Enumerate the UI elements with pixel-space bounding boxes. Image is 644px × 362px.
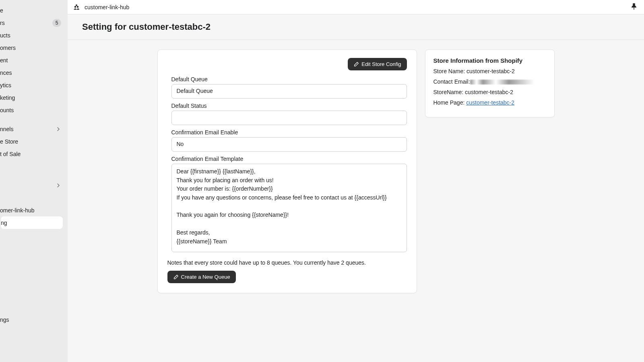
sidebar-nav-item[interactable]: e bbox=[0, 4, 68, 16]
sidebar-item-label: omers bbox=[0, 45, 63, 51]
store-info-title: Store Information from Shopify bbox=[433, 57, 546, 64]
sidebar-nav-item[interactable]: ent bbox=[0, 54, 68, 66]
kv-label: StoreName: bbox=[433, 89, 465, 95]
sidebar-nav-item[interactable]: nces bbox=[0, 66, 68, 79]
page-title: Setting for customer-testabc-2 bbox=[82, 22, 630, 32]
store-info-card: Store Information from Shopify Store Nam… bbox=[425, 49, 555, 117]
redacted-email bbox=[470, 80, 535, 84]
sidebar-item-label: ent bbox=[0, 57, 63, 64]
sidebar-item-label: e bbox=[0, 7, 63, 14]
kv-label: Contact Email: bbox=[433, 78, 470, 85]
conf-email-template-value: Dear {{firstname}} {{lastName}}, Thank y… bbox=[171, 164, 407, 252]
homepage-link[interactable]: customer-testabc-2 bbox=[466, 99, 514, 106]
sidebar-section-header[interactable] bbox=[0, 179, 68, 191]
sidebar-settings[interactable]: ngs bbox=[0, 313, 68, 326]
contact-email-row: Contact Email: bbox=[433, 78, 546, 85]
sidebar-sub-item[interactable]: e Store bbox=[0, 135, 68, 148]
edit-store-config-button[interactable]: Edit Store Config bbox=[348, 58, 407, 70]
sidebar-nav-item[interactable]: ytics bbox=[0, 79, 68, 91]
svg-point-0 bbox=[74, 6, 76, 7]
kv-label: Store Name: bbox=[433, 68, 466, 74]
queue-note: Notes that every store could have up to … bbox=[167, 259, 407, 266]
sidebar-item-label: rs bbox=[0, 20, 52, 26]
sidebar-nav-item[interactable]: rs 5 bbox=[0, 16, 68, 29]
topbar: customer-link-hub bbox=[68, 0, 644, 14]
sidebar-item-label: ounts bbox=[0, 107, 63, 113]
kv-label: Home Page: bbox=[433, 99, 466, 106]
sidebar-item-label: ng bbox=[1, 220, 58, 226]
store-name-row: Store Name: customer-testabc-2 bbox=[433, 68, 546, 74]
sidebar-item-label: keting bbox=[0, 95, 63, 101]
sidebar-section-header[interactable]: nnels bbox=[0, 123, 68, 135]
button-label: Create a New Queue bbox=[181, 274, 230, 280]
default-status-value bbox=[171, 111, 407, 125]
edit-icon bbox=[173, 274, 179, 280]
sidebar-sub-item-active[interactable]: ng bbox=[1, 216, 63, 229]
sidebar-item-label: ucts bbox=[0, 32, 63, 39]
count-badge: 5 bbox=[52, 19, 61, 27]
settings-card: Edit Store Config Default Queue Default … bbox=[157, 49, 417, 293]
sidebar-item-label: t of Sale bbox=[0, 151, 63, 157]
sidebar-item-label: omer-link-hub bbox=[0, 207, 63, 214]
default-queue-value: Default Queue bbox=[171, 84, 407, 99]
conf-email-enable-label: Confirmation Email Enable bbox=[171, 129, 407, 136]
default-status-label: Default Status bbox=[171, 103, 407, 109]
sidebar-nav-item[interactable]: ucts bbox=[0, 29, 68, 41]
page-title-bar: Setting for customer-testabc-2 bbox=[68, 14, 644, 40]
sidebar-sub-item[interactable] bbox=[0, 160, 68, 173]
default-queue-label: Default Queue bbox=[171, 76, 407, 82]
sidebar-nav-item[interactable]: omers bbox=[0, 41, 68, 54]
sidebar-nav-item[interactable]: ounts bbox=[0, 104, 68, 116]
svg-point-1 bbox=[77, 6, 78, 7]
app-icon bbox=[72, 3, 80, 11]
sidebar: e rs 5 ucts omers ent nces ytics keting … bbox=[0, 0, 68, 362]
content-area: Edit Store Config Default Queue Default … bbox=[68, 40, 644, 362]
sidebar-item-label: ytics bbox=[0, 82, 63, 88]
sidebar-item-label: ngs bbox=[0, 317, 63, 323]
kv-value: customer-testabc-2 bbox=[465, 89, 513, 95]
storename-row: StoreName: customer-testabc-2 bbox=[433, 89, 546, 95]
chevron-right-icon bbox=[56, 182, 60, 189]
sidebar-nav-item[interactable]: keting bbox=[0, 91, 68, 104]
sidebar-item-label: nces bbox=[0, 70, 63, 76]
main-area: customer-link-hub Setting for customer-t… bbox=[68, 0, 644, 362]
sidebar-item-label: nnels bbox=[0, 126, 56, 132]
pin-icon[interactable] bbox=[631, 3, 637, 11]
kv-value: customer-testabc-2 bbox=[466, 68, 515, 74]
homepage-row: Home Page: customer-testabc-2 bbox=[433, 99, 546, 106]
sidebar-item-label: e Store bbox=[0, 138, 63, 145]
sidebar-sub-item[interactable]: omer-link-hub bbox=[0, 204, 68, 216]
sidebar-sub-item[interactable] bbox=[0, 191, 68, 204]
app-name: customer-link-hub bbox=[85, 4, 129, 10]
button-label: Edit Store Config bbox=[361, 61, 401, 67]
conf-email-enable-value: No bbox=[171, 137, 407, 152]
conf-email-template-label: Confirmation Email Template bbox=[171, 156, 407, 162]
edit-icon bbox=[353, 62, 359, 67]
create-new-queue-button[interactable]: Create a New Queue bbox=[167, 271, 236, 283]
chevron-right-icon bbox=[56, 126, 60, 132]
svg-point-2 bbox=[76, 4, 77, 6]
sidebar-sub-item[interactable]: t of Sale bbox=[0, 148, 68, 160]
